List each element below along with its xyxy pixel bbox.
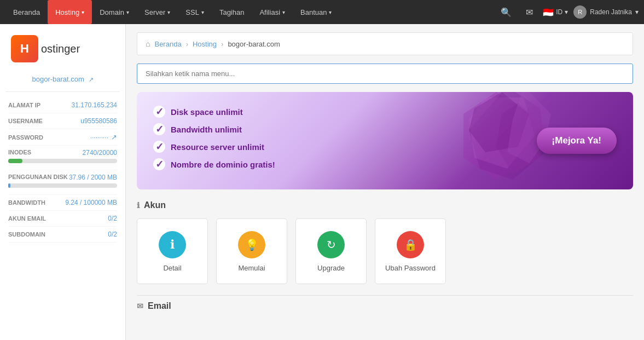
info-akun-email: AKUN EMAIL 0/2	[8, 211, 117, 227]
bantuan-caret: ▾	[329, 9, 332, 15]
sidebar-domain: bogor-barat.com ↗	[5, 71, 120, 92]
disk-progress-track	[8, 183, 117, 188]
nav-hosting[interactable]: Hosting ▾	[48, 0, 92, 24]
check-icon-1: ✓	[153, 106, 165, 118]
disk-progress-fill	[8, 183, 10, 188]
detail-icon: ℹ	[159, 231, 186, 258]
logo: H ostinger	[0, 24, 125, 71]
upgrade-icon: ↻	[317, 231, 345, 258]
breadcrumb-hosting[interactable]: Hosting	[193, 40, 217, 48]
email-section-header: ✉ Email	[137, 301, 633, 311]
main-content: ⌂ Beranda › Hosting › bogor-barat.com	[126, 24, 644, 340]
breadcrumb-home[interactable]: Beranda	[154, 40, 181, 48]
promo-decoration	[442, 92, 551, 185]
search-bar	[137, 64, 633, 84]
logo-icon: H	[11, 35, 38, 62]
check-icon-3: ✓	[153, 141, 165, 153]
home-icon: ⌂	[146, 39, 150, 48]
memulai-icon: 💡	[238, 231, 265, 258]
domain-link[interactable]: bogor-barat.com ↗	[32, 75, 93, 83]
akun-card-grid: ℹ Detail 💡 Memulai ↻ Upgrade	[137, 218, 633, 284]
inodes-progress-track	[8, 159, 117, 163]
language-selector[interactable]: 🇮🇩 ID ▾	[543, 7, 568, 18]
user-caret: ▾	[635, 8, 639, 16]
password-show-icon[interactable]: ↗	[111, 133, 117, 141]
feature-1: ✓ Disk space unlimit	[153, 106, 275, 118]
email-divider	[137, 295, 633, 296]
password-icon: 🔒	[397, 231, 424, 258]
nav-beranda[interactable]: Beranda	[5, 0, 48, 24]
sidebar-info: ALAMAT IP 31.170.165.234 USERNAME u95558…	[0, 92, 125, 248]
info-username: USERNAME u955580586	[8, 113, 117, 129]
search-input[interactable]	[137, 64, 633, 84]
search-icon[interactable]: 🔍	[496, 7, 516, 18]
card-ubah-password[interactable]: 🔒 Ubah Password	[375, 218, 446, 284]
nav-bantuan[interactable]: Bantuan ▾	[293, 0, 339, 24]
breadcrumb-current: bogor-barat.com	[228, 40, 280, 48]
nav-ssl[interactable]: SSL ▾	[178, 0, 212, 24]
feature-2: ✓ Bandwidth unlimit	[153, 123, 275, 135]
logo-text: ostinger	[41, 43, 80, 55]
akun-section-header: ℹ Akun	[137, 200, 633, 210]
mail-icon[interactable]: ✉	[521, 7, 537, 18]
nav-right: 🔍 ✉ 🇮🇩 ID ▾ R Raden Jatnika ▾	[496, 5, 639, 19]
domain-caret: ▾	[126, 9, 129, 15]
email-section: ✉ Email	[137, 295, 633, 311]
server-caret: ▾	[167, 9, 170, 15]
nav-domain[interactable]: Domain ▾	[92, 0, 137, 24]
top-navigation: Beranda Hosting ▾ Domain ▾ Server ▾ SSL …	[0, 0, 644, 24]
external-link-icon: ↗	[89, 76, 94, 83]
info-bandwidth: BANDWIDTH 9.24 / 100000 MB	[8, 195, 117, 211]
info-password: PASSWORD ·········· ↗	[8, 129, 117, 146]
promo-upgrade-button[interactable]: ¡Mejora Ya!	[537, 128, 617, 154]
promo-banner: ✓ Disk space unlimit ✓ Bandwidth unlimit…	[137, 92, 633, 189]
user-avatar: R	[573, 5, 587, 19]
card-upgrade[interactable]: ↻ Upgrade	[295, 218, 367, 284]
flag-icon: 🇮🇩	[543, 7, 554, 18]
breadcrumb: ⌂ Beranda › Hosting › bogor-barat.com	[137, 32, 633, 55]
promo-features-list: ✓ Disk space unlimit ✓ Bandwidth unlimit…	[153, 106, 275, 176]
afiliasi-caret: ▾	[282, 9, 285, 15]
breadcrumb-sep-1: ›	[186, 40, 188, 48]
breadcrumb-sep-2: ›	[221, 40, 223, 48]
feature-3: ✓ Resource server unlimit	[153, 141, 275, 153]
feature-4: ✓ Nombre de dominio gratis!	[153, 158, 275, 170]
nav-afiliasi[interactable]: Afiliasi ▾	[252, 0, 293, 24]
info-circle-icon: ℹ	[137, 201, 140, 210]
info-subdomain: SUBDOMAIN 0/2	[8, 227, 117, 243]
hosting-caret: ▾	[82, 9, 84, 15]
nav-tagihan[interactable]: Tagihan	[212, 0, 252, 24]
info-alamat-ip: ALAMAT IP 31.170.165.234	[8, 97, 117, 113]
inodes-progress-fill	[8, 159, 22, 163]
sidebar: H ostinger bogor-barat.com ↗ ALAMAT IP 3…	[0, 24, 126, 340]
ssl-caret: ▾	[201, 9, 204, 15]
check-icon-4: ✓	[153, 158, 165, 170]
card-detail[interactable]: ℹ Detail	[137, 218, 208, 284]
card-memulai[interactable]: 💡 Memulai	[216, 218, 287, 284]
lang-caret: ▾	[565, 8, 568, 16]
nav-server[interactable]: Server ▾	[137, 0, 178, 24]
email-envelope-icon: ✉	[137, 302, 143, 310]
user-menu[interactable]: R Raden Jatnika ▾	[573, 5, 639, 19]
check-icon-2: ✓	[153, 123, 165, 135]
